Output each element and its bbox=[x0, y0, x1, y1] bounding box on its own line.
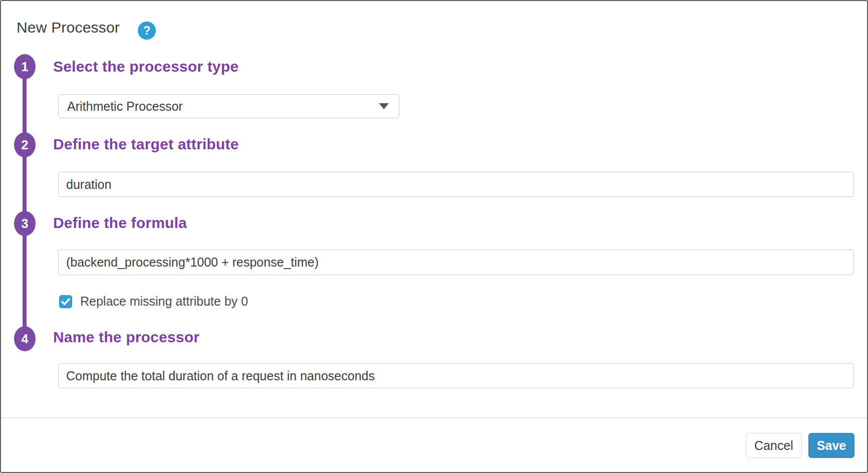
processor-type-selected-value: Arithmetic Processor bbox=[67, 99, 379, 114]
processor-type-select[interactable]: Arithmetic Processor bbox=[58, 94, 399, 118]
formula-input[interactable] bbox=[58, 250, 854, 275]
step-3-heading: Define the formula bbox=[53, 213, 187, 232]
replace-missing-label: Replace missing attribute by 0 bbox=[80, 294, 248, 309]
chevron-down-icon bbox=[379, 103, 389, 109]
new-processor-dialog: New Processor ? 1 Select the processor t… bbox=[0, 0, 868, 473]
replace-missing-row[interactable]: Replace missing attribute by 0 bbox=[59, 294, 248, 309]
step-4-badge: 4 bbox=[14, 326, 36, 351]
step-4-heading: Name the processor bbox=[53, 328, 199, 347]
step-rail bbox=[23, 67, 27, 339]
step-1-heading: Select the processor type bbox=[53, 57, 239, 76]
step-3-badge: 3 bbox=[14, 211, 36, 236]
replace-missing-checkbox[interactable] bbox=[59, 295, 72, 308]
step-2-heading: Define the target attribute bbox=[53, 135, 239, 154]
help-icon[interactable]: ? bbox=[138, 22, 156, 40]
target-attribute-input[interactable] bbox=[58, 172, 854, 197]
checkmark-icon bbox=[60, 296, 71, 307]
cancel-button[interactable]: Cancel bbox=[746, 433, 802, 458]
step-2-badge: 2 bbox=[14, 132, 36, 157]
step-1-badge: 1 bbox=[14, 54, 36, 79]
footer-divider bbox=[1, 417, 867, 418]
page-title: New Processor bbox=[17, 19, 120, 36]
save-button[interactable]: Save bbox=[808, 433, 854, 458]
processor-name-input[interactable] bbox=[58, 363, 854, 388]
